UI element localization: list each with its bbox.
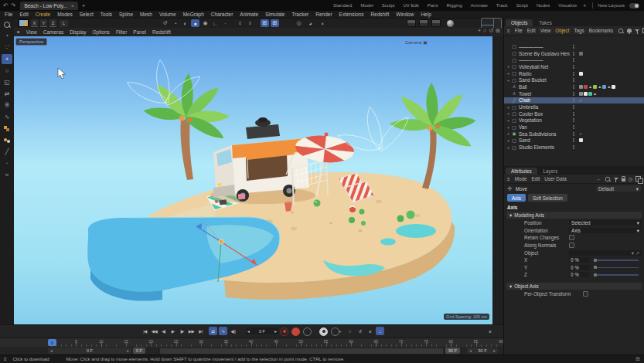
visibility-dots[interactable] (571, 138, 576, 142)
menu-item[interactable]: Select (80, 12, 94, 17)
workspace-tab[interactable]: Standard (333, 3, 352, 8)
menu-item[interactable]: Character (211, 12, 233, 17)
active-tool-button[interactable]: ● (191, 19, 199, 27)
new-layouts-label[interactable]: New Layouts (598, 3, 625, 8)
expand-toggle[interactable]: + (506, 138, 511, 143)
loop-playback-toggle[interactable]: ⇄ (209, 327, 217, 335)
material-chip[interactable] (602, 85, 606, 89)
range-end-marker[interactable]: 90 F (445, 348, 460, 354)
filter-icon[interactable] (635, 29, 639, 32)
menu-item[interactable]: Window (396, 12, 414, 17)
primitives-tool[interactable] (2, 124, 12, 134)
visibility-dots[interactable] (571, 92, 576, 96)
visibility-dots[interactable] (571, 72, 576, 76)
toggle-views-icon[interactable]: ⊞ (496, 28, 500, 34)
point-tool[interactable]: ◦ (2, 158, 12, 168)
menu-item[interactable]: Edit (19, 12, 28, 17)
visibility-dots[interactable] (571, 125, 576, 129)
preset-dropdown[interactable]: Default ▾ (596, 185, 641, 192)
knife-tool[interactable]: ╱ (2, 147, 12, 157)
objects-menu-item[interactable]: File (515, 28, 523, 33)
object-row-sand-bucket[interactable]: + ▢ Sand Bucket (504, 76, 644, 83)
redshift-sphere-icon[interactable] (447, 20, 454, 27)
bell-icon[interactable] (627, 29, 632, 32)
workspace-tab[interactable]: Paint (428, 3, 438, 8)
hamburger-icon[interactable]: ≡ (507, 28, 510, 33)
render-view-button[interactable]: ◎ (295, 19, 303, 27)
menu-item[interactable]: Mesh (140, 12, 152, 17)
viewport-menu-item[interactable]: Options (92, 29, 109, 35)
object-row-separator[interactable]: ▢ ————— (504, 56, 644, 63)
timeline-options-icon[interactable]: ≡ (486, 327, 494, 335)
menu-item[interactable]: Create (36, 12, 51, 17)
workspace-tab[interactable]: Visualize (558, 3, 577, 8)
render-in-picture-viewer-button[interactable] (419, 19, 428, 27)
material-chip[interactable] (612, 85, 615, 89)
timeline-ruler[interactable]: 51015202530354045505560657075808590 0 (0, 338, 503, 347)
rotation-record-toggle[interactable]: ↺ (356, 327, 364, 335)
selection-tool-button[interactable]: ◉ (201, 19, 210, 27)
attributes-menu-item[interactable]: User Data (544, 176, 566, 182)
check-tag[interactable]: ✓ (579, 98, 582, 103)
viewport-menu-item[interactable]: Redshift (152, 29, 171, 35)
expand-toggle[interactable]: + (506, 145, 511, 150)
visibility-dots[interactable] (571, 52, 576, 56)
expand-toggle[interactable]: + (506, 64, 511, 69)
render-view-button[interactable] (407, 19, 416, 27)
workplane-button[interactable]: ∟ (211, 19, 220, 27)
expand-toggle[interactable]: + (506, 118, 511, 123)
expand-toggle[interactable]: + (506, 131, 511, 136)
object-row-sand[interactable]: + ▢ Sand (504, 137, 644, 144)
objects-menu-item[interactable]: Tags (574, 28, 584, 33)
pan-view-icon[interactable]: + (478, 28, 481, 34)
search-icon[interactable] (618, 28, 623, 32)
filter-icon[interactable] (614, 178, 618, 180)
object-axis-group-header[interactable]: ▾ Object Axis (506, 283, 642, 290)
render-settings-button[interactable]: ◑ (318, 19, 326, 27)
material-chip[interactable] (579, 72, 583, 76)
viewport-menu-item[interactable]: Display (70, 29, 86, 35)
tweak-tool[interactable]: ◔ (2, 31, 12, 41)
annotation-tag[interactable] (579, 52, 583, 56)
play-mode-toggle[interactable]: ∿ (219, 327, 227, 335)
transfer-tool[interactable]: ⇄ (2, 89, 12, 99)
move-tool-button[interactable]: ↺ (161, 19, 169, 27)
playhead[interactable]: 0 (48, 339, 56, 346)
clock-icon[interactable]: ◷ (629, 176, 633, 182)
grid-icon[interactable]: ⊞ (635, 356, 640, 362)
panel-tab[interactable]: Takes (533, 19, 557, 26)
y-value-field[interactable]: 0 % (569, 265, 589, 270)
object-row-towel[interactable]: Y Towel ▲ (504, 90, 644, 97)
viewport-menu-item[interactable]: Panel (133, 29, 146, 35)
along-normals-checkbox[interactable] (569, 243, 574, 248)
attributes-menu-item[interactable]: Edit (531, 176, 540, 182)
workspace-tab[interactable]: Model (360, 3, 373, 8)
viewport-menu-item[interactable]: View (26, 29, 37, 35)
orientation-dropdown[interactable]: Axis ▾ (569, 228, 642, 233)
expand-toggle[interactable]: + (506, 125, 511, 130)
rotate-tool-button[interactable]: ◐ (181, 19, 189, 27)
search-icon[interactable] (605, 176, 609, 181)
menu-item[interactable]: Simulate (265, 12, 285, 17)
x-value-field[interactable]: 0 % (569, 257, 589, 263)
object-row-separator[interactable]: ▢ ————— (504, 43, 644, 50)
menu-item[interactable]: File (5, 12, 12, 17)
object-row-chair[interactable]: ╱ Chair ✓ (504, 97, 644, 104)
object-row-umbrella[interactable]: + ▢ Umbrella (504, 103, 644, 110)
check-tag[interactable]: ✓ (579, 131, 582, 136)
new-tab-icon[interactable]: + (82, 2, 86, 9)
goto-start-button[interactable]: |◀ (141, 327, 149, 335)
rotate-view-icon[interactable]: ↺ (489, 28, 493, 34)
workspace-tab[interactable]: UV Edit (403, 3, 418, 8)
hamburger-icon[interactable]: ≡ (507, 176, 510, 182)
object-link-field[interactable]: ▾ ↗ (569, 250, 642, 256)
tag-chip[interactable] (579, 92, 583, 96)
material-chip[interactable] (593, 85, 597, 89)
expand-toggle[interactable]: + (506, 111, 511, 116)
visibility-dots[interactable] (571, 105, 576, 109)
viewport[interactable]: Perspective Camera ▣ Grid Spacing: 100 c… (14, 36, 492, 324)
workspace-tab[interactable]: Sculpt (382, 3, 395, 8)
x-slider[interactable] (594, 257, 639, 263)
keyframe-selection-toggle[interactable] (303, 327, 312, 336)
menu-item[interactable]: Help (421, 12, 431, 17)
